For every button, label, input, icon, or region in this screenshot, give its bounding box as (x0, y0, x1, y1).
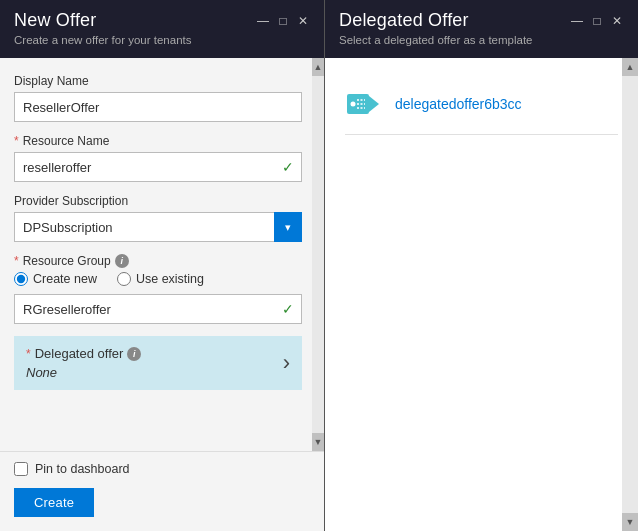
resource-group-radio-group: Create new Use existing (14, 272, 302, 286)
resource-group-info-icon[interactable]: i (115, 254, 129, 268)
right-scroll-track (622, 76, 638, 513)
delegated-offer-value: None (26, 365, 141, 380)
scroll-track (312, 76, 324, 433)
minimize-button[interactable]: — (256, 14, 270, 28)
right-panel-title: Delegated Offer (339, 10, 469, 31)
display-name-input[interactable] (14, 92, 302, 122)
right-scroll-down-button[interactable]: ▼ (622, 513, 638, 531)
svg-marker-1 (369, 96, 379, 112)
delegated-offer-group: * Delegated offer i None › (14, 336, 302, 390)
right-window-controls: — □ ✕ (570, 14, 624, 28)
right-panel-subtitle: Select a delegated offer as a template (339, 34, 624, 46)
right-close-button[interactable]: ✕ (610, 14, 624, 28)
right-scrollbar: ▲ ▼ (622, 58, 638, 531)
resource-name-group: * Resource Name ✓ (14, 134, 302, 182)
right-minimize-button[interactable]: — (570, 14, 584, 28)
resource-group-input[interactable] (14, 294, 302, 324)
radio-use-existing[interactable]: Use existing (117, 272, 204, 286)
pin-to-dashboard-row: Pin to dashboard (14, 462, 310, 476)
delegated-offer-panel: Delegated Offer — □ ✕ Select a delegated… (325, 0, 638, 531)
right-panel-body: delegatedoffer6b3cc (325, 58, 638, 531)
scroll-down-button[interactable]: ▼ (312, 433, 324, 451)
svg-point-2 (351, 102, 356, 107)
left-scrollbar: ▲ ▼ (312, 58, 324, 451)
delegated-offer-left: * Delegated offer i None (26, 346, 141, 380)
offer-list-item[interactable]: delegatedoffer6b3cc (345, 76, 618, 135)
display-name-label: Display Name (14, 74, 302, 88)
display-name-group: Display Name (14, 74, 302, 122)
left-window-controls: — □ ✕ (256, 14, 310, 28)
resource-name-label: * Resource Name (14, 134, 302, 148)
offer-name[interactable]: delegatedoffer6b3cc (395, 96, 522, 112)
provider-subscription-select[interactable]: DPSubscription (14, 212, 302, 242)
left-panel-header: New Offer — □ ✕ Create a new offer for y… (0, 0, 324, 58)
scroll-up-button[interactable]: ▲ (312, 58, 324, 76)
pin-to-dashboard-label: Pin to dashboard (35, 462, 130, 476)
required-star-2: * (14, 254, 19, 268)
resource-name-check-icon: ✓ (282, 159, 294, 175)
delegated-offer-info-icon[interactable]: i (127, 347, 141, 361)
delegated-offer-row[interactable]: * Delegated offer i None › (14, 336, 302, 390)
resource-group-check-icon: ✓ (282, 301, 294, 317)
new-offer-panel: New Offer — □ ✕ Create a new offer for y… (0, 0, 325, 531)
right-maximize-button[interactable]: □ (590, 14, 604, 28)
right-scroll-up-button[interactable]: ▲ (622, 58, 638, 76)
offer-icon (345, 86, 381, 122)
radio-create-new[interactable]: Create new (14, 272, 97, 286)
resource-group-label: * Resource Group i (14, 254, 302, 268)
left-panel-title: New Offer (14, 10, 97, 31)
delegated-offer-label: Delegated offer (35, 346, 124, 361)
required-star-3: * (26, 347, 31, 361)
left-panel-body: Display Name * Resource Name ✓ (0, 58, 324, 451)
close-button[interactable]: ✕ (296, 14, 310, 28)
maximize-button[interactable]: □ (276, 14, 290, 28)
provider-subscription-label: Provider Subscription (14, 194, 302, 208)
required-star: * (14, 134, 19, 148)
provider-subscription-group: Provider Subscription DPSubscription ▾ (14, 194, 302, 242)
resource-group-group: * Resource Group i Create new Use existi… (14, 254, 302, 324)
left-panel-subtitle: Create a new offer for your tenants (14, 34, 310, 46)
left-panel-footer: Pin to dashboard Create (0, 451, 324, 531)
create-button[interactable]: Create (14, 488, 94, 517)
chevron-right-icon: › (283, 350, 290, 376)
right-panel-header: Delegated Offer — □ ✕ Select a delegated… (325, 0, 638, 58)
pin-to-dashboard-checkbox[interactable] (14, 462, 28, 476)
resource-name-input[interactable] (14, 152, 302, 182)
